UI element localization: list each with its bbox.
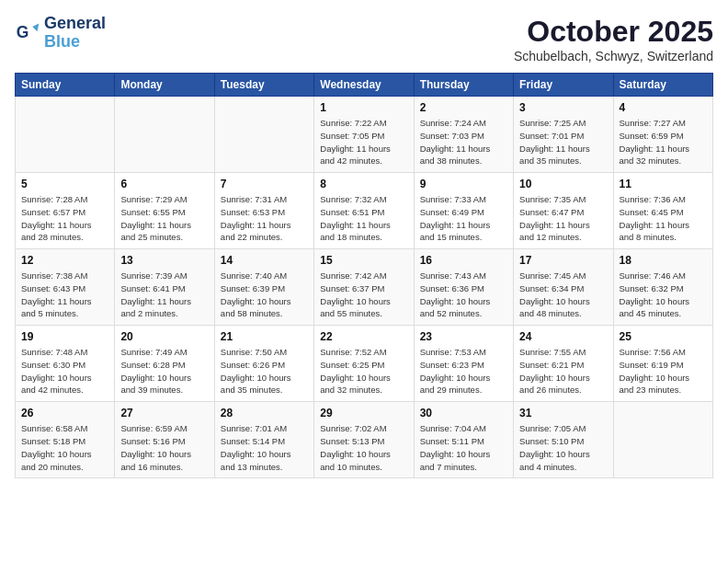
day-number: 9 xyxy=(420,178,507,190)
day-info: Sunrise: 7:39 AMSunset: 6:41 PMDaylight:… xyxy=(120,270,208,320)
day-info: Sunrise: 7:32 AMSunset: 6:51 PMDaylight:… xyxy=(320,193,407,244)
day-cell: 9Sunrise: 7:33 AMSunset: 6:49 PMDaylight… xyxy=(414,173,513,249)
week-row-3: 12Sunrise: 7:38 AMSunset: 6:43 PMDayligh… xyxy=(16,249,713,326)
week-row-5: 26Sunrise: 6:58 AMSunset: 5:18 PMDayligh… xyxy=(16,402,713,478)
day-cell: 29Sunrise: 7:02 AMSunset: 5:13 PMDayligh… xyxy=(314,402,414,478)
day-cell: 2Sunrise: 7:24 AMSunset: 7:03 PMDaylight… xyxy=(414,97,513,173)
day-number: 4 xyxy=(620,101,707,114)
day-cell: 12Sunrise: 7:38 AMSunset: 6:43 PMDayligh… xyxy=(16,249,115,326)
day-cell: 8Sunrise: 7:32 AMSunset: 6:51 PMDaylight… xyxy=(314,173,414,249)
day-info: Sunrise: 7:42 AMSunset: 6:37 PMDaylight:… xyxy=(320,270,407,320)
day-number: 6 xyxy=(120,178,208,190)
day-info: Sunrise: 7:55 AMSunset: 6:21 PMDaylight:… xyxy=(519,346,607,396)
day-number: 5 xyxy=(21,178,108,190)
day-info: Sunrise: 7:01 AMSunset: 5:14 PMDaylight:… xyxy=(221,422,308,473)
day-number: 23 xyxy=(420,330,507,343)
day-info: Sunrise: 7:02 AMSunset: 5:13 PMDaylight:… xyxy=(320,422,407,473)
day-info: Sunrise: 7:43 AMSunset: 6:36 PMDaylight:… xyxy=(420,270,507,320)
day-number: 18 xyxy=(620,254,707,267)
day-number: 20 xyxy=(120,330,208,343)
logo-text: General Blue xyxy=(44,15,106,52)
day-cell: 19Sunrise: 7:48 AMSunset: 6:30 PMDayligh… xyxy=(16,326,115,402)
day-cell: 7Sunrise: 7:31 AMSunset: 6:53 PMDaylight… xyxy=(214,173,313,249)
day-number: 16 xyxy=(420,254,507,267)
day-number: 28 xyxy=(221,407,308,419)
day-info: Sunrise: 7:29 AMSunset: 6:55 PMDaylight:… xyxy=(120,193,208,244)
day-cell xyxy=(214,97,313,173)
week-row-4: 19Sunrise: 7:48 AMSunset: 6:30 PMDayligh… xyxy=(16,326,713,402)
day-cell: 26Sunrise: 6:58 AMSunset: 5:18 PMDayligh… xyxy=(16,402,115,478)
day-cell: 14Sunrise: 7:40 AMSunset: 6:39 PMDayligh… xyxy=(214,249,313,326)
day-info: Sunrise: 7:24 AMSunset: 7:03 PMDaylight:… xyxy=(420,117,507,167)
day-info: Sunrise: 7:35 AMSunset: 6:47 PMDaylight:… xyxy=(519,193,607,244)
logo: G General Blue xyxy=(15,15,106,52)
day-number: 2 xyxy=(420,101,507,114)
weekday-header-tuesday: Tuesday xyxy=(214,74,313,97)
day-info: Sunrise: 6:58 AMSunset: 5:18 PMDaylight:… xyxy=(21,422,108,473)
day-info: Sunrise: 7:36 AMSunset: 6:45 PMDaylight:… xyxy=(620,193,707,244)
page-header: G General Blue October 2025 Schubelbach,… xyxy=(15,15,713,63)
day-cell: 25Sunrise: 7:56 AMSunset: 6:19 PMDayligh… xyxy=(613,326,712,402)
day-info: Sunrise: 7:22 AMSunset: 7:05 PMDaylight:… xyxy=(320,117,407,167)
day-cell xyxy=(16,97,115,173)
day-info: Sunrise: 7:50 AMSunset: 6:26 PMDaylight:… xyxy=(221,346,308,396)
logo-icon: G xyxy=(15,20,40,46)
day-number: 24 xyxy=(519,330,607,343)
day-number: 29 xyxy=(320,407,407,419)
day-number: 14 xyxy=(221,254,308,267)
day-cell: 22Sunrise: 7:52 AMSunset: 6:25 PMDayligh… xyxy=(314,326,414,402)
day-cell xyxy=(613,402,712,478)
day-cell: 13Sunrise: 7:39 AMSunset: 6:41 PMDayligh… xyxy=(115,249,214,326)
day-cell: 17Sunrise: 7:45 AMSunset: 6:34 PMDayligh… xyxy=(514,249,613,326)
day-cell: 31Sunrise: 7:05 AMSunset: 5:10 PMDayligh… xyxy=(514,402,613,478)
svg-text:G: G xyxy=(17,23,29,41)
day-info: Sunrise: 7:33 AMSunset: 6:49 PMDaylight:… xyxy=(420,193,507,244)
day-cell: 20Sunrise: 7:49 AMSunset: 6:28 PMDayligh… xyxy=(115,326,214,402)
day-number: 3 xyxy=(519,101,607,114)
weekday-header-row: SundayMondayTuesdayWednesdayThursdayFrid… xyxy=(16,74,713,97)
day-info: Sunrise: 7:49 AMSunset: 6:28 PMDaylight:… xyxy=(120,346,208,396)
day-info: Sunrise: 7:53 AMSunset: 6:23 PMDaylight:… xyxy=(420,346,507,396)
day-cell: 16Sunrise: 7:43 AMSunset: 6:36 PMDayligh… xyxy=(414,249,513,326)
day-cell: 5Sunrise: 7:28 AMSunset: 6:57 PMDaylight… xyxy=(16,173,115,249)
day-info: Sunrise: 6:59 AMSunset: 5:16 PMDaylight:… xyxy=(120,422,208,473)
day-info: Sunrise: 7:28 AMSunset: 6:57 PMDaylight:… xyxy=(21,193,108,244)
day-cell: 4Sunrise: 7:27 AMSunset: 6:59 PMDaylight… xyxy=(613,97,712,173)
week-row-1: 1Sunrise: 7:22 AMSunset: 7:05 PMDaylight… xyxy=(16,97,713,173)
day-number: 31 xyxy=(519,407,607,419)
day-cell: 18Sunrise: 7:46 AMSunset: 6:32 PMDayligh… xyxy=(613,249,712,326)
day-number: 26 xyxy=(21,407,108,419)
day-info: Sunrise: 7:45 AMSunset: 6:34 PMDaylight:… xyxy=(519,270,607,320)
day-info: Sunrise: 7:27 AMSunset: 6:59 PMDaylight:… xyxy=(620,117,707,167)
day-number: 15 xyxy=(320,254,407,267)
day-number: 1 xyxy=(320,101,407,114)
day-cell: 21Sunrise: 7:50 AMSunset: 6:26 PMDayligh… xyxy=(214,326,313,402)
day-number: 11 xyxy=(620,178,707,190)
weekday-header-wednesday: Wednesday xyxy=(314,74,414,97)
day-number: 30 xyxy=(420,407,507,419)
day-cell: 6Sunrise: 7:29 AMSunset: 6:55 PMDaylight… xyxy=(115,173,214,249)
month-title: October 2025 xyxy=(514,15,713,49)
weekday-header-friday: Friday xyxy=(514,74,613,97)
weekday-header-monday: Monday xyxy=(115,74,214,97)
day-info: Sunrise: 7:52 AMSunset: 6:25 PMDaylight:… xyxy=(320,346,407,396)
weekday-header-thursday: Thursday xyxy=(414,74,513,97)
day-info: Sunrise: 7:56 AMSunset: 6:19 PMDaylight:… xyxy=(620,346,707,396)
day-number: 10 xyxy=(519,178,607,190)
day-number: 19 xyxy=(21,330,108,343)
day-cell: 28Sunrise: 7:01 AMSunset: 5:14 PMDayligh… xyxy=(214,402,313,478)
day-info: Sunrise: 7:04 AMSunset: 5:11 PMDaylight:… xyxy=(420,422,507,473)
day-cell: 1Sunrise: 7:22 AMSunset: 7:05 PMDaylight… xyxy=(314,97,414,173)
day-cell: 11Sunrise: 7:36 AMSunset: 6:45 PMDayligh… xyxy=(613,173,712,249)
day-info: Sunrise: 7:31 AMSunset: 6:53 PMDaylight:… xyxy=(221,193,308,244)
day-number: 17 xyxy=(519,254,607,267)
day-info: Sunrise: 7:48 AMSunset: 6:30 PMDaylight:… xyxy=(21,346,108,396)
week-row-2: 5Sunrise: 7:28 AMSunset: 6:57 PMDaylight… xyxy=(16,173,713,249)
day-number: 13 xyxy=(120,254,208,267)
day-cell xyxy=(115,97,214,173)
location: Schubelbach, Schwyz, Switzerland xyxy=(514,49,713,63)
weekday-header-saturday: Saturday xyxy=(613,74,712,97)
day-number: 7 xyxy=(221,178,308,190)
day-number: 21 xyxy=(221,330,308,343)
day-number: 22 xyxy=(320,330,407,343)
